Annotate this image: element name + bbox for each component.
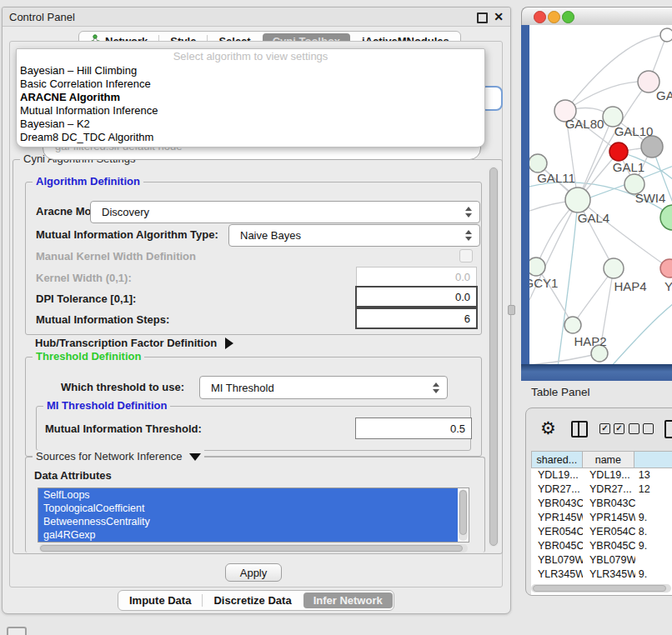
table-cell[interactable]: YBL079W bbox=[531, 553, 583, 568]
table-cell[interactable]: YER054C bbox=[583, 525, 635, 539]
panel-divider-handle[interactable] bbox=[508, 305, 515, 315]
mi-algorithm-type-combo[interactable]: Naive Bayes bbox=[228, 224, 480, 247]
mi-steps-field[interactable]: 6 bbox=[355, 308, 478, 329]
manual-kernel-width-checkbox[interactable] bbox=[459, 249, 473, 262]
tab-infer-network[interactable]: Infer Network bbox=[303, 592, 393, 608]
table-cell[interactable]: YLR345W bbox=[531, 568, 583, 582]
tab-impute-data[interactable]: Impute Data bbox=[118, 592, 202, 609]
network-node[interactable] bbox=[660, 259, 672, 278]
table-cell[interactable]: 12 bbox=[635, 482, 672, 497]
table-cell[interactable]: 9. bbox=[635, 511, 672, 525]
aracne-mode-combo[interactable]: Discovery bbox=[90, 201, 480, 223]
table-row[interactable]: YER054CYER054C8. bbox=[531, 525, 672, 539]
hub-definition-toggle[interactable]: Hub/Transcription Factor Definition bbox=[35, 335, 233, 350]
network-node[interactable] bbox=[660, 205, 672, 230]
tab-discretize-data[interactable]: Discretize Data bbox=[203, 592, 302, 609]
table-cell[interactable]: YBR045C bbox=[583, 539, 635, 553]
table-cell[interactable]: YLR345W bbox=[583, 568, 635, 582]
settings-vertical-scrollbar[interactable] bbox=[489, 167, 499, 547]
table-cell[interactable] bbox=[635, 553, 672, 568]
table-cell[interactable]: 9. bbox=[635, 539, 672, 553]
mi-steps-value: 6 bbox=[464, 312, 476, 325]
table-row[interactable]: YDR27...YDR27...12 bbox=[531, 482, 672, 497]
scrollbar-thumb[interactable] bbox=[489, 168, 498, 546]
dropdown-item[interactable]: Mutual Information Inference bbox=[17, 104, 484, 118]
network-node[interactable] bbox=[529, 258, 545, 276]
list-item[interactable]: BetweennessCentrality bbox=[38, 515, 458, 528]
table-cell[interactable]: YPR145W bbox=[583, 511, 635, 525]
table-cell[interactable]: YDR27... bbox=[531, 482, 583, 497]
table-cell[interactable]: YBR045C bbox=[531, 539, 583, 553]
table-cell[interactable]: YDR27... bbox=[583, 482, 635, 497]
network-node[interactable] bbox=[604, 258, 624, 278]
scrollbar-thumb[interactable] bbox=[533, 585, 666, 592]
network-node[interactable] bbox=[565, 188, 590, 212]
table-cell[interactable]: YPR145W bbox=[531, 511, 583, 525]
deselect-all-icon[interactable] bbox=[629, 423, 654, 434]
float-window-icon[interactable] bbox=[477, 12, 488, 23]
table-cell[interactable]: YDL19... bbox=[583, 468, 635, 482]
table-row[interactable]: YBR043CYBR043C bbox=[531, 497, 672, 511]
mi-threshold-value: 0.5 bbox=[450, 422, 471, 435]
table-row[interactable]: YBR045CYBR045C9. bbox=[531, 539, 672, 553]
dpi-tolerance-field[interactable]: 0.0 bbox=[355, 286, 478, 308]
window-minimize-button[interactable] bbox=[548, 11, 560, 23]
table-horizontal-scrollbar[interactable] bbox=[531, 584, 671, 592]
list-horizontal-scrollbar[interactable] bbox=[39, 544, 468, 552]
which-threshold-combo[interactable]: MI Threshold bbox=[199, 376, 448, 399]
window-close-button[interactable] bbox=[534, 11, 546, 23]
table-row[interactable]: YLR345WYLR345W9. bbox=[531, 568, 672, 582]
table-cell[interactable]: YBR043C bbox=[583, 497, 635, 511]
table-row[interactable]: YBL079WYBL079W bbox=[531, 553, 672, 568]
table-cell[interactable]: 9. bbox=[635, 568, 672, 582]
combo-arrows-icon bbox=[465, 207, 472, 218]
network-node[interactable] bbox=[660, 28, 672, 42]
column-header[interactable]: name bbox=[583, 451, 634, 468]
close-icon[interactable]: ✕ bbox=[494, 10, 504, 23]
data-attributes-list[interactable]: SelfLoops TopologicalCoefficient Between… bbox=[38, 488, 469, 542]
network-node-selected[interactable] bbox=[609, 142, 628, 161]
list-item[interactable]: TopologicalCoefficient bbox=[38, 502, 458, 515]
mi-threshold-field[interactable]: 0.5 bbox=[355, 418, 472, 439]
dropdown-item[interactable]: Basic Correlation Inference bbox=[17, 78, 484, 91]
dpi-tolerance-value: 0.0 bbox=[455, 291, 476, 303]
network-window-titlebar[interactable] bbox=[521, 7, 672, 27]
network-node-labels: GAL GAL80 GAL10 GAL1 GAL11 SWI4 GAL4 GCY… bbox=[529, 88, 672, 348]
window-zoom-button[interactable] bbox=[562, 11, 574, 23]
table-cell[interactable]: YDL19... bbox=[531, 468, 583, 482]
table-row[interactable]: YDL19...YDL19...13 bbox=[531, 468, 672, 482]
network-node[interactable] bbox=[641, 136, 663, 158]
table-cell[interactable] bbox=[635, 497, 672, 511]
table-row[interactable]: YPR145WYPR145W9. bbox=[531, 511, 672, 525]
scrollbar-thumb[interactable] bbox=[459, 490, 467, 535]
minimized-panel-chip[interactable] bbox=[7, 627, 27, 635]
select-all-icon[interactable]: ✓ ✓ bbox=[599, 423, 624, 434]
list-item[interactable]: gal4RGexp bbox=[38, 528, 458, 542]
dropdown-item-highlighted[interactable]: ARACNE Algorithm bbox=[17, 91, 484, 104]
table-header-row: shared... name bbox=[531, 451, 672, 468]
dpi-tolerance-label: DPI Tolerance [0,1]: bbox=[36, 292, 136, 305]
table-cell[interactable]: YBL079W bbox=[583, 553, 635, 568]
column-header[interactable] bbox=[634, 451, 672, 468]
dropdown-item[interactable]: Dream8 DC_TDC Algorithm bbox=[17, 131, 484, 144]
column-header[interactable]: shared... bbox=[531, 451, 583, 468]
table-cell[interactable]: 8. bbox=[635, 525, 672, 539]
column-selector-icon[interactable] bbox=[571, 421, 588, 438]
scrollbar-thumb[interactable] bbox=[40, 545, 463, 552]
list-vertical-scrollbar[interactable] bbox=[459, 489, 468, 541]
table-cell[interactable]: 13 bbox=[635, 468, 672, 482]
new-table-icon[interactable] bbox=[664, 420, 672, 438]
dropdown-item[interactable]: Bayesian – K2 bbox=[17, 118, 484, 131]
list-item[interactable]: SelfLoops bbox=[38, 488, 458, 502]
kernel-width-field[interactable]: 0.0 bbox=[356, 267, 477, 288]
table-cell[interactable]: YBR043C bbox=[531, 497, 583, 511]
table-cell[interactable]: YER054C bbox=[531, 525, 583, 539]
network-node[interactable] bbox=[529, 154, 547, 172]
gear-icon[interactable]: ⚙ bbox=[540, 420, 556, 438]
tab-label: Impute Data bbox=[129, 592, 191, 609]
network-canvas[interactable]: GAL GAL80 GAL10 GAL1 GAL11 SWI4 GAL4 GCY… bbox=[529, 25, 672, 364]
sources-group-toggle[interactable]: Sources for Network Inference bbox=[33, 450, 204, 462]
network-node[interactable] bbox=[564, 317, 581, 333]
apply-button[interactable]: Apply bbox=[225, 563, 282, 582]
dropdown-item[interactable]: Bayesian – Hill Climbing bbox=[17, 64, 484, 78]
